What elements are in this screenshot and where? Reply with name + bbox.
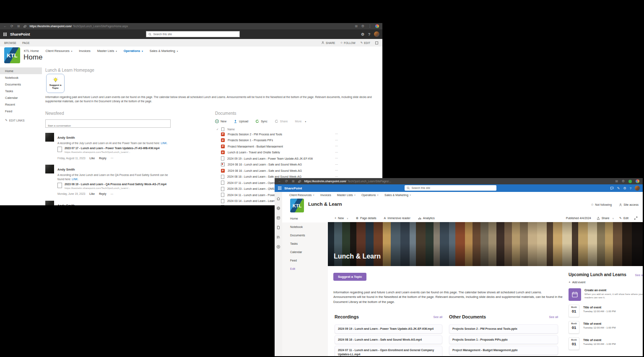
sharepoint-brand[interactable]: SharePoint — [284, 186, 302, 190]
row-more-icon[interactable]: ⋯ — [335, 145, 338, 148]
browser-profile-avatar[interactable] — [375, 24, 379, 28]
more-button[interactable]: More ▾ — [295, 120, 306, 123]
sidebar-item-feed[interactable]: Feed — [282, 256, 328, 264]
reply-button[interactable]: Reply — [99, 192, 106, 195]
address-bar[interactable]: https://kestrelm.sharepoint.com/ TechOps… — [29, 25, 128, 28]
nav-sales-marketing[interactable]: Sales & Marketing∨ — [384, 194, 411, 197]
sidebar-item-notebook[interactable]: Notebook — [0, 74, 42, 81]
settings-gear-icon[interactable]: ⚙ — [361, 32, 364, 36]
author-avatar[interactable] — [45, 165, 54, 173]
create-plus-icon[interactable] — [276, 245, 280, 249]
search-input[interactable] — [412, 186, 494, 189]
tab-browse[interactable]: BROWSE — [4, 41, 16, 44]
site-search-box[interactable] — [146, 31, 240, 37]
nav-invoices[interactable]: Invoices — [79, 49, 91, 53]
site-access-button[interactable]: Site access — [619, 203, 639, 207]
follow-button[interactable]: ☆ FOLLOW — [340, 41, 355, 44]
share-page-button[interactable]: Share ∨ — [597, 217, 614, 220]
site-search-box[interactable] — [405, 185, 496, 191]
sidebar-item-home[interactable]: Home — [0, 67, 42, 74]
post-more-icon[interactable]: ⋯ — [111, 192, 114, 196]
row-more-icon[interactable]: ⋯ — [335, 163, 338, 166]
browser-profile-avatar[interactable] — [636, 179, 639, 183]
help-icon[interactable]: ? — [368, 32, 370, 36]
back-icon[interactable]: ← — [3, 23, 7, 29]
post-attachment[interactable]: 2023 07 17 - Lunch and Learn - Power Tea… — [57, 147, 171, 153]
ktl-site-logo[interactable]: KTL — [4, 47, 20, 63]
tabs-icon[interactable]: ⊞ — [17, 23, 20, 29]
edit-nav-button[interactable]: Edit — [282, 264, 328, 273]
document-row[interactable]: PProject Management - Budget Management⋯ — [215, 143, 379, 150]
document-row[interactable]: 2024 08 16 - Lunch and Learn - Safe and … — [215, 162, 379, 168]
help-icon[interactable]: ? — [630, 186, 631, 190]
browser-menu-icon[interactable]: ⋮ — [368, 23, 371, 29]
name-column-header[interactable]: Name — [227, 128, 234, 131]
event-item[interactable]: Month 01 Title of event Tuesday 12:00 AM… — [569, 321, 643, 334]
app-launcher-icon[interactable] — [278, 186, 281, 190]
document-row[interactable]: P2024 08 16 - Lunch and Learn - Safe and… — [215, 168, 379, 174]
extensions-icon[interactable]: ⊞ — [615, 178, 618, 184]
post-author[interactable]: Andy Smith — [57, 168, 75, 171]
home-icon[interactable] — [276, 197, 280, 201]
document-item[interactable]: Project Management - Budget Management.p… — [449, 346, 558, 355]
post-link[interactable]: LINK. — [72, 178, 78, 181]
sidebar-item-feed[interactable]: Feed — [0, 108, 42, 114]
notebook-icon[interactable] — [276, 216, 280, 220]
sidebar-item-calendar[interactable]: Calendar — [282, 248, 328, 256]
documents-title[interactable]: Documents — [215, 111, 379, 116]
sidebar-item-calendar[interactable]: Calendar — [0, 94, 42, 101]
address-bar[interactable]: https://kestrelm.sharepoint.com/ TechOps… — [304, 180, 391, 183]
composer-input[interactable] — [48, 124, 168, 127]
nav-invoices[interactable]: Invoices — [320, 194, 331, 197]
nav-operations[interactable]: Operations∨ — [361, 194, 379, 197]
extensions-icon[interactable]: ⊞ — [355, 23, 358, 29]
edit-button[interactable]: ✎ EDIT — [361, 41, 370, 44]
sidebar-item-documents[interactable]: Documents — [282, 231, 328, 239]
document-row[interactable]: 2024 09 19 - Lunch and Learn - Power Tea… — [215, 155, 379, 162]
user-avatar[interactable] — [374, 31, 379, 37]
nav-client-resources[interactable]: Client Resources▾ — [46, 49, 73, 53]
back-icon[interactable]: ← — [278, 178, 281, 184]
sidebar-item-tasks[interactable]: Tasks — [0, 88, 42, 94]
new-document-button[interactable]: + New — [215, 119, 226, 123]
sync-button[interactable]: Sync — [255, 119, 267, 123]
focus-mode-icon[interactable] — [375, 41, 378, 44]
nav-sales-marketing[interactable]: Sales & Marketing▾ — [150, 49, 178, 53]
refresh-icon[interactable]: ⟳ — [10, 23, 13, 29]
recording-item[interactable]: 2024 09 19 - Lunch and Learn - Power Tea… — [335, 324, 442, 334]
globe-icon[interactable] — [276, 206, 280, 210]
upcoming-see-all-link[interactable]: See all — [635, 274, 643, 277]
user-avatar[interactable] — [635, 186, 640, 191]
nav-operations[interactable]: Operations▾ — [124, 49, 143, 53]
document-row[interactable]: PLunch & Learn - Travel and Onsite Safet… — [215, 150, 379, 156]
row-more-icon[interactable]: ⋯ — [335, 151, 338, 154]
tab-page[interactable]: PAGE — [22, 41, 30, 44]
author-avatar[interactable] — [45, 133, 54, 142]
event-item[interactable]: Month 01 Title of event Tuesday 12:00 AM… — [569, 305, 643, 317]
share-document-button[interactable]: Share — [275, 119, 288, 123]
post-author[interactable]: Andy Smith — [57, 136, 75, 140]
reply-button[interactable]: Reply — [99, 157, 106, 160]
author-avatar[interactable] — [45, 201, 54, 205]
follow-site-button[interactable]: ☆ Not following — [591, 203, 612, 207]
chat-bubble-icon[interactable] — [610, 186, 614, 190]
refresh-icon[interactable]: ⟳ — [285, 178, 288, 184]
immersive-reader-button[interactable]: A Immersive reader — [384, 217, 410, 220]
library-books-icon[interactable] — [276, 235, 280, 239]
suggest-a-topic-tile[interactable]: Suggest a Topic — [46, 74, 65, 93]
app-launcher-icon[interactable] — [3, 33, 7, 36]
attachment-name[interactable]: 2023 06 19 - Lunch and Learn - QA Proces… — [65, 183, 166, 186]
edit-page-button[interactable]: ✎ Edit — [619, 217, 628, 220]
newsfeed-title[interactable]: Newsfeed — [45, 111, 171, 116]
new-button[interactable]: + New ∨ — [335, 217, 348, 220]
share-button[interactable]: SHARE — [321, 41, 335, 44]
row-more-icon[interactable]: ⋯ — [335, 132, 338, 136]
other-documents-see-all-link[interactable]: See all — [549, 316, 558, 318]
tabs-icon[interactable]: ⊞ — [292, 178, 295, 184]
document-item[interactable]: Projects Session 1 - Proposals PIFs.pptx — [449, 335, 558, 344]
post-link[interactable]: LINK. — [161, 142, 167, 145]
edit-links-button[interactable]: ✎ EDIT LINKS — [0, 119, 42, 122]
browser-settings-icon[interactable]: ⚙ — [622, 178, 625, 184]
sidebar-item-documents[interactable]: Documents — [0, 81, 42, 88]
post-attachment[interactable]: 2023 06 19 - Lunch and Learn - QA Proces… — [57, 183, 171, 189]
